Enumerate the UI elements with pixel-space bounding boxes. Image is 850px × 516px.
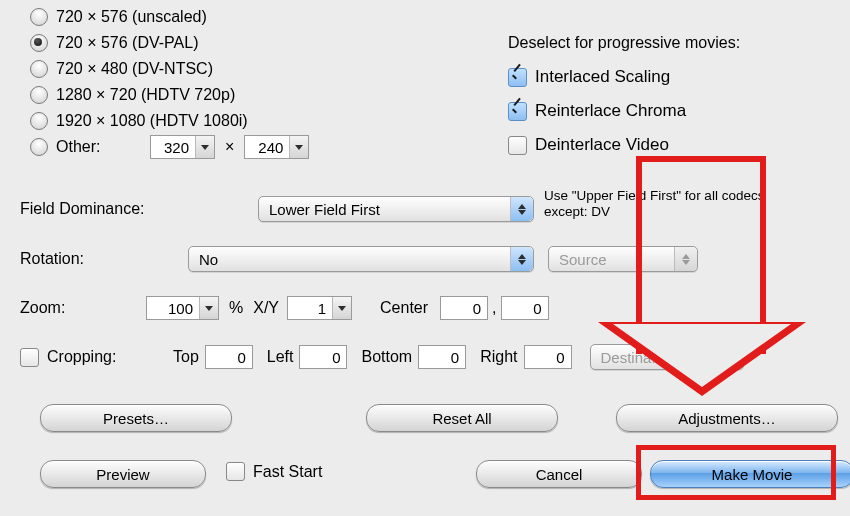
rotation-popup[interactable]: No [188,246,534,272]
cropping-mode-value: Destina... [601,349,664,366]
radio-label: 1920 × 1080 (HDTV 1080i) [56,112,248,130]
presets-button[interactable]: Presets… [40,404,232,432]
field-dominance-label: Field Dominance: [20,200,258,218]
radio-label: 720 × 576 (DV-PAL) [56,34,198,52]
cancel-button[interactable]: Cancel [476,460,642,488]
deselect-heading: Deselect for progressive movies: [508,34,740,52]
annotation-arrow [760,156,766,354]
chevron-down-icon [195,136,214,158]
radio-1920x1080-hdtv1080i[interactable] [30,112,48,130]
crop-left-field[interactable]: 0 [299,345,347,369]
crop-bottom-field[interactable]: 0 [418,345,466,369]
rotation-label: Rotation: [20,250,188,268]
radio-720x576-unscaled[interactable] [30,8,48,26]
zoom-xy-label: X/Y [253,299,279,317]
field-dominance-hint: Use "Upper Field First" for all codecs e… [544,188,786,220]
rotation-value: No [199,251,218,268]
popup-arrows-icon [510,247,533,271]
deinterlace-video-checkbox[interactable] [508,136,527,155]
reset-all-button[interactable]: Reset All [366,404,558,432]
radio-label-other: Other: [56,138,150,156]
rotation-source-popup[interactable]: Source [548,246,698,272]
popup-arrows-icon [674,247,697,271]
radio-label: 720 × 576 (unscaled) [56,8,207,26]
popup-arrows-icon [510,197,533,221]
radio-other[interactable] [30,138,48,156]
radio-720x480-dvntsc[interactable] [30,60,48,78]
zoom-xy-stepper[interactable]: 1 [287,296,352,320]
cropping-mode-popup[interactable]: Destina... [590,344,744,370]
cropping-checkbox[interactable] [20,348,39,367]
fast-start-checkbox[interactable] [226,462,245,481]
chevron-down-icon [332,297,351,319]
popup-arrows-icon [720,345,743,369]
interlaced-scaling-label: Interlaced Scaling [535,67,670,87]
rotation-source-value: Source [559,251,607,268]
percent-symbol: % [229,299,243,317]
deinterlace-video-label: Deinterlace Video [535,135,669,155]
interlaced-scaling-checkbox[interactable] [508,68,527,87]
crop-bottom-label: Bottom [361,348,412,366]
zoom-value: 100 [147,300,199,317]
chevron-down-icon [199,297,218,319]
field-dominance-popup[interactable]: Lower Field First [258,196,534,222]
comma: , [492,299,496,317]
zoom-center-label: Center [380,299,428,317]
zoom-center-x[interactable]: 0 [440,296,488,320]
other-height-stepper[interactable]: 240 [244,135,309,159]
radio-label: 1280 × 720 (HDTV 720p) [56,86,235,104]
reinterlace-chroma-checkbox[interactable] [508,102,527,121]
other-width-value: 320 [151,139,195,156]
crop-top-field[interactable]: 0 [205,345,253,369]
cropping-label: Cropping: [47,348,173,366]
other-height-value: 240 [245,139,289,156]
chevron-down-icon [289,136,308,158]
zoom-xy-value: 1 [288,300,332,317]
reinterlace-chroma-label: Reinterlace Chroma [535,101,686,121]
crop-right-field[interactable]: 0 [524,345,572,369]
other-width-stepper[interactable]: 320 [150,135,215,159]
radio-label: 720 × 480 (DV-NTSC) [56,60,213,78]
field-dominance-value: Lower Field First [269,201,380,218]
times-symbol: × [225,138,234,156]
zoom-value-stepper[interactable]: 100 [146,296,219,320]
preview-button[interactable]: Preview [40,460,206,488]
radio-1280x720-hdtv720p[interactable] [30,86,48,104]
crop-top-label: Top [173,348,199,366]
zoom-center-y[interactable]: 0 [501,296,549,320]
adjustments-button[interactable]: Adjustments… [616,404,838,432]
fast-start-label: Fast Start [253,463,322,481]
zoom-label: Zoom: [20,299,146,317]
make-movie-button[interactable]: Make Movie [650,460,850,488]
crop-right-label: Right [480,348,517,366]
crop-left-label: Left [267,348,294,366]
radio-720x576-dvpal[interactable] [30,34,48,52]
